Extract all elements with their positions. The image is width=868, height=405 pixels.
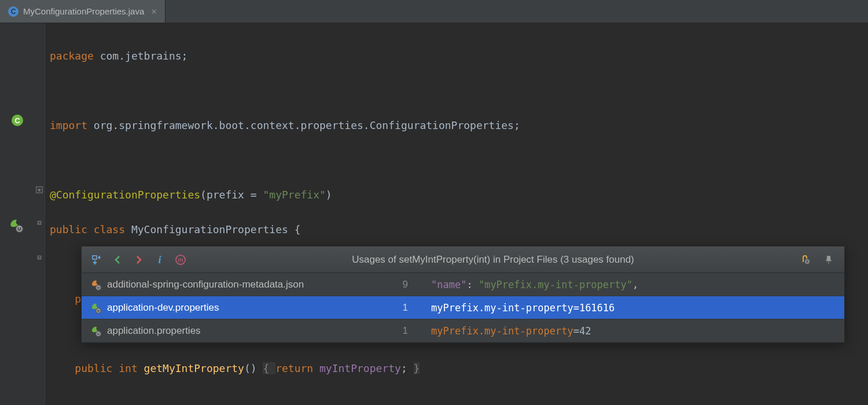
usage-filename: additional-spring-configuration-metadata… (107, 279, 373, 290)
editor: C + ⊟ ⊟ package com.jetbrains; import or… (0, 23, 868, 405)
close-tab-icon[interactable]: × (151, 6, 157, 17)
open-in-find-window-icon[interactable] (87, 250, 107, 270)
fold-collapse-icon[interactable]: ⊟ (36, 220, 43, 227)
info-icon[interactable]: i (150, 250, 170, 270)
popup-title: Usages of setMyIntProperty(int) in Proje… (190, 254, 796, 266)
svg-text:m: m (178, 256, 183, 263)
usage-filename: application-dev.properties (107, 302, 373, 314)
next-occurrence-icon[interactable] (129, 250, 149, 270)
popup-header: i m Usages of setMyIntProperty(int) in P… (82, 246, 844, 273)
import-path: org.springframework.boot.context.propert… (87, 119, 520, 131)
json-file-icon (90, 279, 102, 290)
keyword: public int (50, 362, 144, 374)
code-area[interactable]: package com.jetbrains; import org.spring… (45, 23, 868, 405)
fold-expand-icon[interactable]: + (36, 186, 43, 193)
svg-rect-4 (19, 226, 20, 229)
settings-icon[interactable] (796, 250, 815, 270)
usage-line-number: 1 (373, 302, 408, 314)
usage-preview: myPrefix.my-int-property=42 (431, 325, 836, 337)
package-path: com.jetbrains; (94, 50, 188, 62)
spring-properties-file-icon (90, 302, 102, 314)
annotation: @ConfigurationProperties (50, 189, 200, 201)
usage-row[interactable]: additional-spring-configuration-metadata… (82, 273, 844, 296)
svg-rect-17 (98, 309, 99, 311)
spring-bean-gutter-icon[interactable]: C (10, 113, 24, 127)
string-literal: "myPrefix" (263, 189, 325, 201)
svg-text:i: i (158, 254, 161, 266)
spring-run-gutter-icon[interactable] (8, 218, 22, 231)
class-file-icon: C (8, 6, 19, 17)
usage-row[interactable]: application.properties 1 myPrefix.my-int… (82, 319, 844, 343)
method-name: getMyIntProperty (144, 362, 244, 374)
svg-rect-20 (98, 332, 99, 334)
prev-occurrence-icon[interactable] (108, 250, 128, 270)
tab-bar: C MyConfigurationProperties.java × (0, 0, 868, 23)
usage-filename: application.properties (107, 325, 373, 337)
pin-icon[interactable] (819, 250, 838, 270)
usage-preview: myPrefix.my-int-property=161616 (431, 302, 836, 314)
editor-tab[interactable]: C MyConfigurationProperties.java × (0, 0, 165, 23)
usage-line-number: 1 (373, 325, 408, 337)
usage-row[interactable]: application-dev.properties 1 myPrefix.my… (82, 296, 844, 319)
svg-point-11 (807, 260, 808, 262)
find-usages-popup: i m Usages of setMyIntProperty(int) in P… (81, 246, 845, 343)
gutter: C + ⊟ ⊟ (0, 23, 45, 405)
annotation-args: (prefix = (200, 189, 263, 201)
usage-list: additional-spring-configuration-metadata… (82, 273, 844, 343)
usage-preview: "name": "myPrefix.my-int-property", (431, 279, 836, 290)
class-name: MyConfigurationProperties { (131, 223, 301, 235)
usage-line-number: 9 (373, 279, 408, 290)
svg-rect-14 (98, 286, 99, 288)
svg-text:C: C (14, 116, 20, 125)
fold-collapse-icon[interactable]: ⊟ (36, 255, 43, 262)
keyword: import (50, 119, 87, 131)
keyword: package (50, 50, 94, 62)
svg-rect-5 (93, 256, 97, 259)
tab-filename: MyConfigurationProperties.java (23, 6, 144, 16)
method-icon[interactable]: m (171, 250, 190, 270)
spring-properties-file-icon (90, 325, 102, 337)
svg-marker-6 (93, 263, 97, 265)
keyword: public class (50, 223, 131, 235)
